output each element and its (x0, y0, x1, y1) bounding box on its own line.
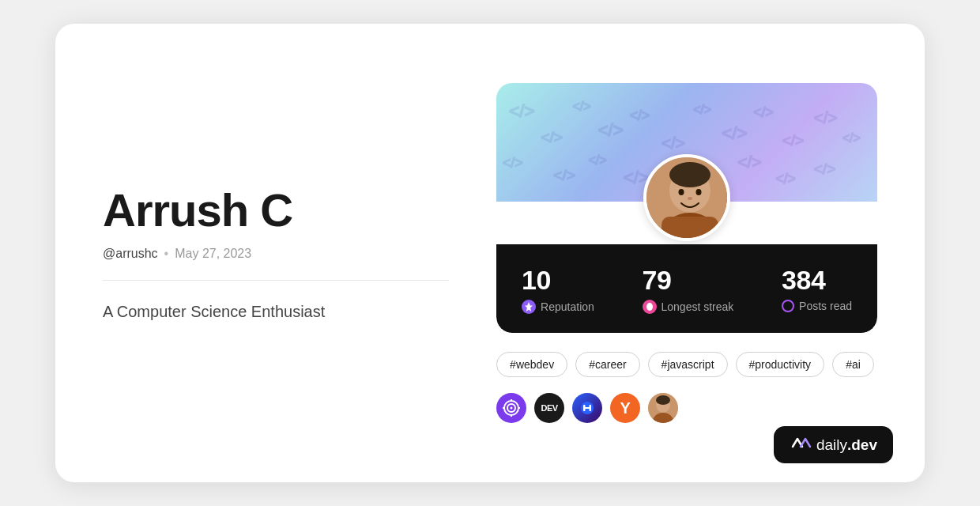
svg-rect-25 (662, 217, 718, 238)
user-name: Arrush C (103, 185, 449, 236)
logo-text-daily: daily (816, 436, 847, 453)
tag-webdev[interactable]: #webdev (496, 352, 567, 377)
logo-icon (790, 434, 812, 455)
user-meta: @arrushc • May 27, 2023 (103, 247, 449, 261)
stat-reputation: 10 Reputation (522, 266, 594, 314)
left-section: Arrush C @arrushc • May 27, 2023 A Compu… (103, 185, 449, 321)
profile-banner: </> </> </> </> </> </> </> </> </> </> (496, 83, 877, 202)
streak-label-row: Longest streak (643, 300, 734, 314)
reputation-label-row: Reputation (522, 300, 594, 314)
platform-hashnode[interactable] (572, 393, 602, 423)
footer-logo: daily.dev (774, 426, 893, 463)
svg-text:</>: </> (753, 104, 774, 120)
stat-streak: 79 Longest streak (643, 266, 734, 314)
avatar-image (646, 157, 727, 238)
svg-point-29 (646, 303, 653, 311)
right-section: </> </> </> </> </> </> </> </> </> </> (496, 83, 877, 423)
posts-label-row: Posts read (782, 300, 852, 312)
meta-dot: • (164, 247, 169, 261)
svg-text:</>: </> (737, 153, 761, 171)
platform-devto[interactable]: DEV (534, 393, 564, 423)
reputation-icon (522, 300, 536, 314)
svg-text:</>: </> (503, 155, 523, 171)
svg-point-23 (669, 162, 710, 187)
logo-text-dev: .dev (847, 436, 877, 453)
svg-text:</>: </> (553, 167, 575, 183)
svg-text:</>: </> (630, 108, 650, 123)
platform-dailydev[interactable] (496, 393, 526, 423)
divider (103, 280, 449, 281)
logo-text: daily.dev (816, 436, 877, 454)
user-handle: @arrushc (103, 247, 158, 261)
svg-text:</>: </> (842, 130, 861, 145)
reputation-value: 10 (522, 266, 551, 293)
tag-ai[interactable]: #ai (832, 352, 874, 377)
avatar (643, 154, 730, 241)
svg-text:</>: </> (572, 99, 590, 113)
svg-text:</>: </> (589, 153, 607, 167)
stat-posts: 384 Posts read (782, 266, 852, 312)
svg-point-32 (511, 407, 513, 410)
posts-icon (782, 300, 794, 312)
tags-row: #webdev #career #javascript #productivit… (496, 352, 874, 377)
platform-yc[interactable]: Y (610, 393, 640, 423)
svg-point-27 (696, 189, 702, 195)
user-join-date: May 27, 2023 (175, 247, 251, 261)
svg-point-43 (656, 395, 670, 405)
streak-icon (643, 300, 657, 314)
tag-career[interactable]: #career (575, 352, 639, 377)
user-bio: A Computer Science Enthusiast (103, 303, 449, 321)
reputation-label: Reputation (541, 300, 594, 313)
svg-text:</>: </> (722, 123, 748, 143)
platform-user-avatar[interactable] (648, 393, 678, 423)
svg-text:</>: </> (775, 171, 796, 187)
svg-text:</>: </> (662, 134, 685, 152)
svg-text:</>: </> (509, 101, 535, 121)
svg-text:</>: </> (814, 108, 838, 126)
posts-label: Posts read (799, 300, 852, 312)
svg-text:</>: </> (598, 120, 624, 140)
svg-text:</>: </> (814, 160, 836, 177)
profile-header: </> </> </> </> </> </> </> </> </> </> (496, 83, 877, 333)
tag-javascript[interactable]: #javascript (648, 352, 728, 377)
svg-rect-40 (583, 407, 591, 409)
tag-productivity[interactable]: #productivity (736, 352, 825, 377)
svg-point-28 (688, 197, 692, 200)
streak-value: 79 (643, 266, 672, 293)
svg-text:</>: </> (782, 132, 805, 149)
svg-text:</>: </> (541, 129, 563, 145)
platforms-row: DEV Y (496, 393, 678, 423)
posts-value: 384 (782, 266, 825, 293)
svg-text:</>: </> (693, 102, 711, 116)
streak-label: Longest streak (662, 300, 734, 313)
stats-bar: 10 Reputation 79 (496, 244, 877, 333)
svg-point-26 (679, 189, 684, 195)
